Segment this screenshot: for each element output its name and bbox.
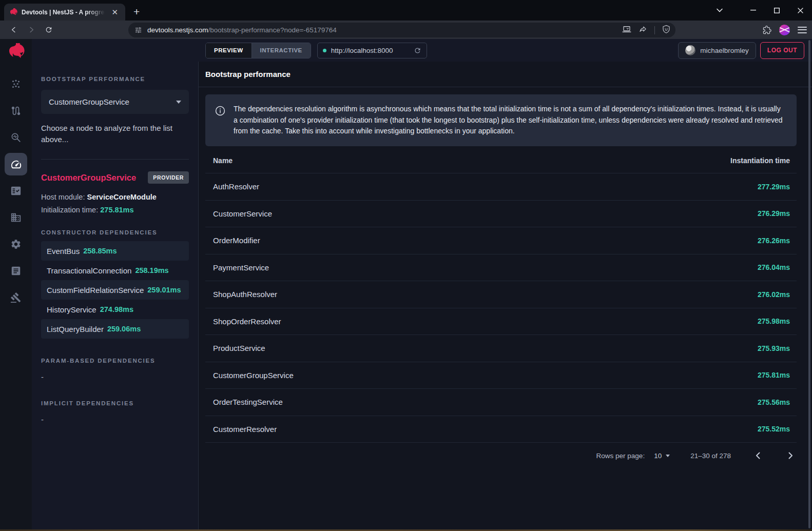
url-text: devtools.nestjs.com/bootstrap-performanc… [147, 26, 337, 34]
row-name: OrderModifier [213, 236, 260, 245]
refresh-icon[interactable] [414, 47, 421, 54]
row-time: 276.02ms [758, 290, 790, 299]
host-module-value: ServiceCoreModule [87, 193, 156, 201]
url-domain: devtools.nestjs.com [147, 26, 208, 34]
selected-node-name: CustomerGroupService [41, 173, 136, 183]
constructor-deps-list: EventBus258.85msTransactionalConnection2… [41, 241, 189, 339]
tab-close-icon[interactable]: ✕ [109, 7, 120, 17]
row-name: CustomerGroupService [213, 371, 294, 380]
implicit-deps-title: IMPLICIT DEPENDENCIES [41, 400, 189, 406]
table-row[interactable]: ShopOrderResolver275.98ms [205, 308, 797, 335]
forward-icon[interactable] [24, 23, 39, 37]
window-controls [741, 0, 812, 21]
info-icon [215, 105, 226, 137]
new-tab-icon[interactable]: + [133, 6, 140, 18]
url-bar[interactable]: devtools.nestjs.com/bootstrap-performanc… [128, 23, 675, 37]
main-content: Bootstrap performance The dependencies r… [199, 62, 812, 529]
devtools-app: PREVIEW INTERACTIVE http://localhost:800… [0, 39, 812, 529]
row-time: 275.98ms [758, 317, 790, 325]
dependency-time: 259.01ms [147, 286, 181, 294]
row-time: 276.04ms [758, 263, 790, 271]
browser-tab[interactable]: Devtools | NestJS - A progressive ✕ [4, 4, 125, 21]
table-row[interactable]: OrderModifier276.26ms [205, 227, 797, 254]
nestjs-logo [7, 40, 25, 64]
info-text: The dependencies resolution algorithm is… [234, 104, 785, 137]
performance-gauge-icon[interactable] [5, 153, 27, 175]
back-icon[interactable] [6, 23, 22, 37]
row-time: 276.26ms [758, 237, 790, 245]
reload-icon[interactable] [41, 23, 56, 37]
dependency-time: 274.98ms [100, 305, 133, 313]
extensions-puzzle-icon[interactable] [763, 26, 771, 34]
target-url-input[interactable]: http://localhost:8000 [317, 43, 427, 58]
menu-hamburger-icon[interactable] [798, 27, 807, 33]
graph-nodes-icon[interactable] [5, 73, 27, 95]
dependency-name: TransactionalConnection [47, 266, 131, 275]
minimize-icon[interactable] [741, 0, 765, 21]
brave-shield-icon[interactable] [662, 25, 670, 36]
dependency-item[interactable]: TransactionalConnection258.19ms [41, 261, 189, 280]
dependency-item[interactable]: EventBus258.85ms [41, 241, 189, 261]
row-time: 275.56ms [758, 398, 790, 406]
icon-rail [0, 39, 32, 529]
table-row[interactable]: OrderTestingService275.56ms [205, 388, 797, 416]
audit-gavel-icon[interactable] [5, 286, 27, 309]
route-icon[interactable] [5, 100, 27, 122]
profile-avatar[interactable] [779, 25, 790, 35]
tune-icon[interactable] [134, 26, 142, 34]
tab-search-chevron-icon[interactable] [709, 0, 730, 21]
panel-divider [41, 159, 189, 160]
host-module-row: Host module: ServiceCoreModule [41, 193, 189, 201]
table-row[interactable]: CustomerGroupService275.81ms [205, 362, 797, 389]
pagination-range: 21–30 of 278 [690, 452, 731, 460]
table-row[interactable]: ProductService275.93ms [205, 335, 797, 362]
chevron-down-icon [176, 101, 181, 104]
dependency-time: 258.19ms [135, 266, 168, 274]
browser-titlebar: Devtools | NestJS - A progressive ✕ + [0, 0, 812, 21]
constructor-deps-title: CONSTRUCTOR DEPENDENCIES [41, 229, 189, 235]
user-chip[interactable]: michaelbromley [678, 42, 756, 59]
implicit-deps-value: - [41, 415, 189, 424]
preview-button[interactable]: PREVIEW [206, 43, 252, 58]
nestjs-favicon [9, 8, 17, 16]
node-hint: Choose a node to analyze from the list a… [41, 123, 176, 145]
settings-gear-icon[interactable] [5, 233, 27, 255]
perf-table-body: AuthResolver277.29msCustomerService276.2… [205, 173, 797, 443]
dependency-item[interactable]: HistoryService274.98ms [41, 300, 189, 319]
node-select[interactable]: CustomerGroupService [41, 90, 189, 114]
table-row[interactable]: CustomerService276.29ms [205, 200, 797, 227]
window-close-icon[interactable] [788, 0, 812, 21]
table-row[interactable]: CustomerResolver275.52ms [205, 416, 797, 443]
next-page-button[interactable] [784, 449, 797, 462]
view-mode-toggle: PREVIEW INTERACTIVE [205, 43, 311, 58]
interactive-button[interactable]: INTERACTIVE [252, 43, 311, 58]
dependency-name: EventBus [47, 247, 80, 255]
dependency-time: 259.06ms [107, 325, 141, 333]
pagination: Rows per page: 10 21–30 of 278 [205, 449, 797, 462]
row-time: 275.93ms [758, 344, 790, 352]
param-deps-value: - [41, 372, 189, 381]
inspect-icon[interactable] [5, 126, 27, 149]
scrollbar[interactable] [808, 40, 810, 528]
checklist-icon[interactable] [5, 180, 27, 202]
table-row[interactable]: AuthResolver277.29ms [205, 173, 797, 200]
maximize-icon[interactable] [765, 0, 788, 21]
table-row[interactable]: ShopAuthResolver276.02ms [205, 281, 797, 308]
dependency-item[interactable]: ListQueryBuilder259.06ms [41, 319, 189, 339]
prev-page-button[interactable] [751, 449, 764, 462]
dependency-item[interactable]: CustomFieldRelationService259.01ms [41, 280, 189, 300]
dependency-name: HistoryService [47, 305, 96, 314]
modules-icon[interactable] [5, 206, 27, 229]
table-row[interactable]: PaymentService276.04ms [205, 254, 797, 281]
row-name: PaymentService [213, 263, 269, 272]
column-instantiation-time: Instantiation time [730, 156, 790, 165]
tab-title: Devtools | NestJS - A progressive [22, 9, 105, 16]
send-to-device-icon[interactable] [622, 25, 631, 35]
share-icon[interactable] [639, 25, 647, 35]
rows-per-page-value: 10 [654, 452, 662, 460]
logout-button[interactable]: LOG OUT [760, 42, 804, 59]
rows-per-page-select[interactable]: 10 [654, 452, 670, 460]
docs-icon[interactable] [5, 260, 27, 282]
column-name: Name [213, 156, 233, 165]
row-name: AuthResolver [213, 182, 259, 191]
